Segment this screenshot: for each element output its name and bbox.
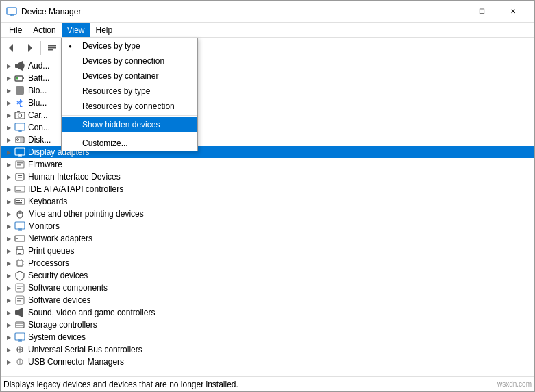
svg-point-18 [18, 114, 22, 117]
sound-icon [14, 307, 25, 318]
device-label: Car... [28, 110, 48, 120]
toolbar-back-button[interactable] [3, 40, 20, 56]
svg-rect-40 [15, 199, 25, 204]
device-item-ide[interactable]: ▶ IDE ATA/ATAPI controllers [1, 183, 534, 195]
device-label: Aud... [28, 61, 49, 71]
device-item-system[interactable]: ▶ System devices [1, 331, 534, 343]
svg-rect-7 [48, 47, 56, 49]
device-item-security[interactable]: ▶ Security devices [1, 269, 534, 282]
device-label-usb-connector: USB Connector Managers [28, 357, 124, 367]
svg-rect-19 [17, 111, 20, 112]
expand-arrow: ▶ [3, 245, 14, 256]
display-icon [14, 147, 25, 158]
svg-rect-0 [7, 8, 16, 14]
device-item-network[interactable]: ▶ Network adapters [1, 232, 534, 245]
menu-view[interactable]: View [62, 23, 90, 37]
menu-item-customize[interactable]: Customize... [62, 136, 197, 151]
device-label: Con... [28, 123, 50, 132]
expand-arrow: ▶ [3, 110, 14, 121]
device-item-mice[interactable]: ▶ Mice and other pointing devices [1, 208, 534, 220]
device-item-processors[interactable]: ▶ Processors [1, 257, 534, 269]
expand-arrow: ▶ [3, 282, 14, 293]
svg-rect-74 [15, 310, 18, 315]
device-item-firmware[interactable]: ▶ Firmware [1, 158, 534, 171]
svg-rect-33 [17, 164, 21, 166]
bluetooth-icon [14, 97, 25, 108]
device-item-usb-connector[interactable]: ▶ USB Connector Managers [1, 356, 534, 368]
device-label-mice: Mice and other pointing devices [28, 209, 144, 219]
svg-rect-70 [17, 288, 21, 289]
window-controls: — ☐ ✕ [434, 1, 529, 23]
menu-action[interactable]: Action [27, 23, 61, 37]
device-label-hid: Human Interface Devices [28, 172, 121, 182]
device-item-monitors[interactable]: ▶ Monitors [1, 220, 534, 232]
expand-arrow: ▶ [3, 295, 14, 306]
monitors-icon [14, 221, 25, 232]
keyboards-icon [14, 196, 25, 207]
expand-arrow: ▶ [3, 171, 14, 182]
close-button[interactable]: ✕ [497, 1, 529, 23]
menu-item-label: Devices by container [82, 71, 158, 81]
ide-icon [14, 184, 25, 195]
print-icon [14, 245, 25, 256]
svg-marker-10 [18, 61, 23, 71]
device-item-usb[interactable]: ▶ Universal Serial Bus controllers [1, 343, 534, 356]
expand-arrow: ▶ [3, 196, 14, 207]
biometric-icon [14, 85, 25, 96]
expand-arrow: ▶ [3, 344, 14, 355]
device-item-software-devices[interactable]: ▶ Software devices [1, 294, 534, 306]
menu-item-resources-by-connection[interactable]: Resources by connection [62, 99, 197, 114]
device-item-storage[interactable]: ▶ Storage controllers [1, 319, 534, 331]
svg-rect-43 [21, 200, 22, 201]
dropdown-separator-1 [62, 115, 197, 116]
menu-item-resources-by-type[interactable]: Resources by type [62, 84, 197, 99]
maximize-button[interactable]: ☐ [466, 1, 497, 23]
menu-item-label: Customize... [82, 138, 128, 148]
device-label-network: Network adapters [28, 234, 92, 243]
expand-arrow: ▶ [3, 97, 14, 108]
device-item-print[interactable]: ▶ Print queues [1, 245, 534, 257]
menu-file[interactable]: File [3, 23, 27, 37]
svg-rect-58 [18, 253, 21, 254]
toolbar-separator-1 [40, 41, 41, 55]
svg-marker-4 [9, 44, 13, 52]
svg-rect-20 [15, 123, 25, 130]
toolbar-properties-button[interactable] [44, 40, 60, 56]
svg-rect-54 [18, 238, 23, 238]
svg-rect-73 [17, 300, 21, 302]
minimize-button[interactable]: — [434, 1, 466, 23]
menu-item-label: Devices by type [82, 41, 140, 51]
view-dropdown-menu: Devices by type Devices by connection De… [61, 38, 198, 151]
processors-icon [14, 258, 25, 269]
device-item-sound[interactable]: ▶ Sound, video and game controllers [1, 306, 534, 319]
status-text: Displays legacy devices and devices that… [3, 380, 497, 389]
menu-item-show-hidden-devices[interactable]: Show hidden devices [62, 117, 197, 132]
expand-arrow: ▶ [3, 319, 14, 330]
status-brand: wsxdn.com [497, 380, 532, 388]
svg-rect-41 [16, 200, 18, 201]
svg-rect-78 [16, 326, 23, 326]
device-label: Disk... [28, 135, 51, 145]
menu-item-devices-by-connection[interactable]: Devices by connection [62, 53, 197, 69]
status-bar: Displays legacy devices and devices that… [1, 376, 534, 391]
menu-help[interactable]: Help [90, 23, 119, 37]
expand-arrow: ▶ [3, 147, 14, 158]
device-label-sound: Sound, video and game controllers [28, 308, 155, 317]
device-label: Bio... [28, 86, 47, 95]
device-item-keyboards[interactable]: ▶ Keyboards [1, 195, 534, 208]
properties-icon [47, 42, 58, 53]
device-label-print: Print queues [28, 246, 74, 256]
toolbar-forward-button[interactable] [21, 40, 38, 56]
device-item-hid[interactable]: ▶ Human Interface Devices [1, 171, 534, 183]
main-window: Device Manager — ☐ ✕ File Action View He… [0, 0, 535, 392]
svg-rect-32 [17, 162, 23, 164]
menu-item-devices-by-type[interactable]: Devices by type [62, 38, 197, 53]
device-item-software-components[interactable]: ▶ Software components [1, 282, 534, 294]
svg-marker-75 [18, 308, 23, 317]
menu-item-devices-by-container[interactable]: Devices by container [62, 69, 197, 84]
device-label-system: System devices [28, 332, 86, 342]
computer-icon [14, 122, 25, 133]
expand-arrow: ▶ [3, 270, 14, 281]
expand-arrow: ▶ [3, 221, 14, 232]
mice-icon [14, 208, 25, 219]
